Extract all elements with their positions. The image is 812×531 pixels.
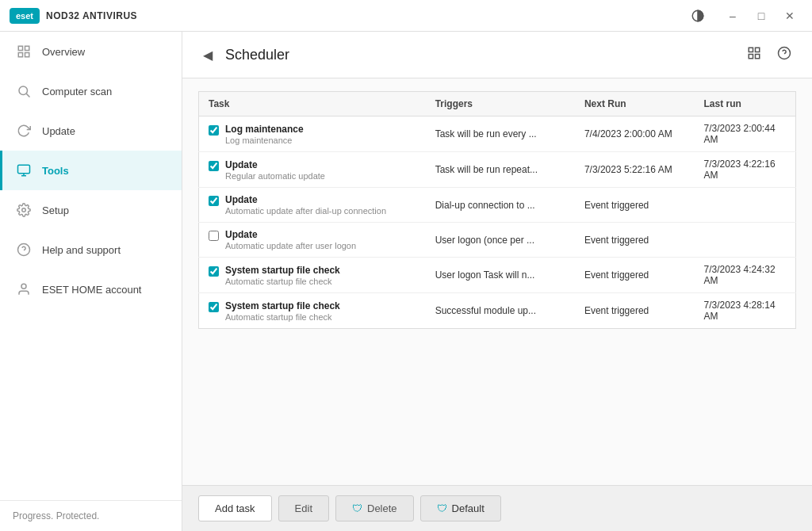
task-checkbox-1[interactable] bbox=[209, 161, 219, 171]
sidebar-label-update: Update bbox=[42, 125, 75, 137]
task-name-4: System startup file check bbox=[225, 265, 340, 276]
sidebar-label-help-support: Help and support bbox=[42, 244, 121, 256]
svg-rect-15 bbox=[756, 48, 760, 52]
content-area: ◀ Scheduler bbox=[182, 32, 812, 531]
sidebar-item-overview[interactable]: Overview bbox=[0, 32, 182, 71]
table-row[interactable]: System startup file check Automatic star… bbox=[199, 258, 796, 293]
task-desc-4: Automatic startup file check bbox=[225, 277, 340, 286]
task-lastrun-3 bbox=[694, 223, 795, 258]
table-row[interactable]: Log maintenance Log maintenance Task wil… bbox=[199, 117, 796, 152]
sidebar-item-update[interactable]: Update bbox=[0, 111, 182, 151]
delete-label: Delete bbox=[367, 502, 397, 514]
close-button[interactable]: ✕ bbox=[777, 5, 802, 27]
app-logo: eset NOD32 ANTIVIRUS bbox=[10, 8, 137, 24]
sidebar-item-setup[interactable]: Setup bbox=[0, 190, 182, 230]
svg-point-13 bbox=[21, 284, 26, 288]
task-triggers-1: Task will be run repeat... bbox=[426, 152, 575, 188]
setup-icon bbox=[15, 201, 33, 219]
task-desc-0: Log maintenance bbox=[225, 136, 304, 145]
task-checkbox-3[interactable] bbox=[209, 231, 219, 241]
main-container: Overview Computer scan Update bbox=[0, 32, 812, 531]
sidebar-label-tools: Tools bbox=[42, 165, 69, 177]
task-checkbox-0[interactable] bbox=[209, 125, 219, 136]
delete-button[interactable]: 🛡 Delete bbox=[335, 495, 414, 521]
eset-home-icon bbox=[15, 281, 33, 298]
task-info-2: Update Automatic update after dial-up co… bbox=[225, 194, 386, 216]
help-button[interactable] bbox=[772, 43, 796, 67]
table-row[interactable]: Update Automatic update after user logon… bbox=[199, 223, 796, 258]
computer-scan-icon bbox=[15, 82, 33, 100]
task-triggers-2: Dial-up connection to ... bbox=[426, 188, 575, 223]
task-nextrun-0: 7/4/2023 2:00:00 AM bbox=[575, 117, 695, 152]
task-checkbox-2[interactable] bbox=[209, 196, 219, 206]
content-header: ◀ Scheduler bbox=[182, 32, 812, 78]
task-nextrun-2: Event triggered bbox=[575, 188, 695, 223]
table-row[interactable]: Update Regular automatic update Task wil… bbox=[199, 152, 796, 188]
svg-line-6 bbox=[26, 94, 29, 97]
sidebar-item-tools[interactable]: Tools bbox=[0, 151, 182, 190]
task-checkbox-4[interactable] bbox=[209, 266, 219, 277]
task-desc-2: Automatic update after dial-up connectio… bbox=[225, 206, 386, 216]
theme-toggle-button[interactable] bbox=[685, 5, 710, 27]
sidebar-footer: Progress. Protected. bbox=[0, 500, 182, 531]
task-nextrun-4: Event triggered bbox=[575, 258, 695, 293]
svg-rect-17 bbox=[756, 55, 760, 59]
task-triggers-5: Successful module up... bbox=[426, 293, 575, 329]
overview-icon bbox=[15, 43, 33, 60]
sidebar-item-computer-scan[interactable]: Computer scan bbox=[0, 71, 182, 111]
edit-button[interactable]: Edit bbox=[278, 495, 329, 521]
task-name-1: Update bbox=[225, 159, 325, 170]
sidebar-item-eset-home[interactable]: ESET HOME account bbox=[0, 269, 182, 309]
task-name-5: System startup file check bbox=[225, 300, 340, 311]
table-row[interactable]: Update Automatic update after dial-up co… bbox=[199, 188, 796, 223]
back-button[interactable]: ◀ bbox=[198, 46, 217, 64]
add-task-button[interactable]: Add task bbox=[198, 495, 272, 521]
help-icon bbox=[15, 241, 33, 258]
task-nextrun-5: Event triggered bbox=[575, 293, 695, 329]
task-name-0: Log maintenance bbox=[225, 124, 304, 135]
table-header-row: Task Triggers Next Run Last run bbox=[199, 92, 796, 117]
table-row[interactable]: System startup file check Automatic star… bbox=[199, 293, 796, 329]
header-actions bbox=[742, 43, 796, 67]
task-info-0: Log maintenance Log maintenance bbox=[225, 124, 304, 145]
col-header-task: Task bbox=[199, 92, 426, 117]
task-desc-3: Automatic update after user logon bbox=[225, 241, 356, 250]
edit-label: Edit bbox=[295, 502, 312, 514]
minimize-button[interactable]: – bbox=[720, 5, 745, 27]
default-label: Default bbox=[452, 502, 485, 514]
default-icon: 🛡 bbox=[437, 502, 447, 514]
default-button[interactable]: 🛡 Default bbox=[420, 495, 501, 521]
svg-rect-7 bbox=[18, 165, 30, 174]
svg-rect-16 bbox=[749, 55, 753, 59]
content-footer: Add task Edit 🛡 Delete 🛡 Default bbox=[182, 485, 812, 531]
update-icon bbox=[15, 122, 33, 139]
task-lastrun-1: 7/3/2023 4:22:16 AM bbox=[694, 152, 795, 188]
svg-rect-4 bbox=[25, 53, 29, 57]
task-name-2: Update bbox=[225, 194, 386, 205]
sidebar-label-computer-scan: Computer scan bbox=[42, 86, 112, 97]
titlebar: eset NOD32 ANTIVIRUS – □ ✕ bbox=[0, 0, 812, 32]
sidebar-label-setup: Setup bbox=[42, 204, 69, 216]
col-header-triggers: Triggers bbox=[426, 92, 575, 117]
sidebar-item-help-support[interactable]: Help and support bbox=[0, 230, 182, 269]
window-controls: – □ ✕ bbox=[685, 5, 802, 27]
task-checkbox-5[interactable] bbox=[209, 302, 219, 312]
task-info-4: System startup file check Automatic star… bbox=[225, 265, 340, 286]
maximize-button[interactable]: □ bbox=[749, 5, 774, 27]
col-header-nextrun: Next Run bbox=[575, 92, 695, 117]
task-triggers-4: User logon Task will n... bbox=[426, 258, 575, 293]
sidebar-label-eset-home: ESET HOME account bbox=[42, 284, 141, 296]
tools-icon bbox=[15, 162, 33, 179]
view-toggle-button[interactable] bbox=[742, 43, 766, 67]
svg-point-5 bbox=[19, 86, 28, 95]
svg-rect-3 bbox=[18, 53, 22, 57]
svg-rect-14 bbox=[749, 48, 753, 52]
scheduler-body: Task Triggers Next Run Last run Log main… bbox=[182, 78, 812, 485]
task-lastrun-2 bbox=[694, 188, 795, 223]
task-triggers-3: User logon (once per ... bbox=[426, 223, 575, 258]
task-desc-5: Automatic startup file check bbox=[225, 312, 340, 322]
task-lastrun-5: 7/3/2023 4:28:14 AM bbox=[694, 293, 795, 329]
svg-rect-1 bbox=[18, 46, 22, 50]
task-desc-1: Regular automatic update bbox=[225, 171, 325, 181]
task-nextrun-3: Event triggered bbox=[575, 223, 695, 258]
